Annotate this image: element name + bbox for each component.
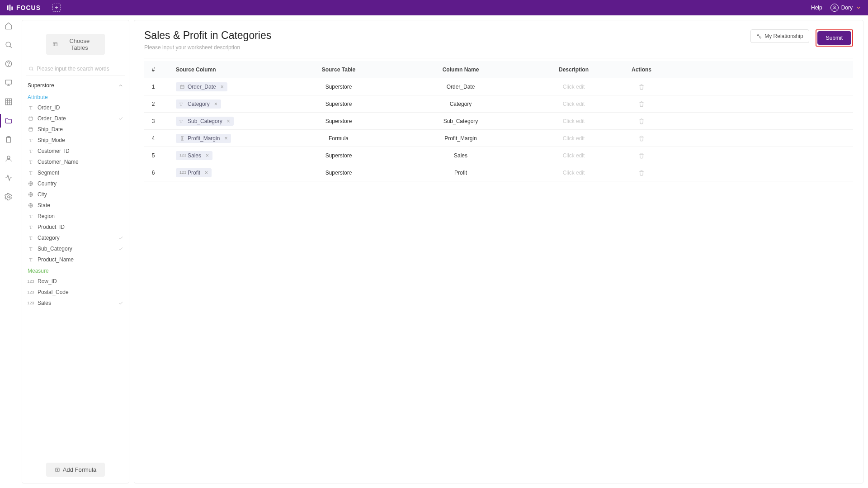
table-row: 5 123 Sales × Superstore Sales Click edi… xyxy=(144,147,853,164)
source-column-pill[interactable]: T Sub_Category × xyxy=(176,117,234,126)
formula-type-icon xyxy=(179,136,185,141)
description-cell[interactable]: Click edit xyxy=(563,135,585,142)
text-type-icon: T xyxy=(28,159,34,165)
rail-presentation-icon[interactable] xyxy=(5,79,13,87)
description-cell[interactable]: Click edit xyxy=(563,118,585,124)
page-title[interactable]: Sales & Profit in Categories xyxy=(144,29,271,42)
text-type-icon: T xyxy=(28,148,34,154)
column-name-cell[interactable]: Sales xyxy=(397,149,524,162)
table-row: 4 Profit_Margin × Formula Profit_Margin … xyxy=(144,130,853,147)
field-row[interactable]: 123 Row_ID xyxy=(26,276,125,287)
user-menu[interactable]: Dory xyxy=(830,4,862,12)
field-row[interactable]: T Customer_Name xyxy=(26,156,125,167)
field-row[interactable]: T Product_ID xyxy=(26,222,125,232)
remove-pill-icon[interactable]: × xyxy=(221,84,224,90)
rail-help-icon[interactable] xyxy=(5,60,13,68)
column-name-cell[interactable]: Order_Date xyxy=(397,80,524,94)
field-row[interactable]: Ship_Date xyxy=(26,124,125,135)
remove-pill-icon[interactable]: × xyxy=(205,170,208,176)
source-column-pill[interactable]: 123 Sales × xyxy=(176,151,212,160)
sidebar-search-input[interactable] xyxy=(37,66,123,72)
rail-user-icon[interactable] xyxy=(5,155,13,163)
date-type-icon xyxy=(28,126,34,133)
page-description-placeholder[interactable]: Please input your worksheet description xyxy=(144,44,271,51)
field-row[interactable]: Country xyxy=(26,178,125,189)
table-group-header[interactable]: Superstore xyxy=(26,76,125,91)
column-name-cell[interactable]: Sub_Category xyxy=(397,114,524,128)
field-row[interactable]: T Sub_Category xyxy=(26,243,125,254)
rail-clipboard-icon[interactable] xyxy=(5,136,13,144)
description-cell[interactable]: Click edit xyxy=(563,101,585,107)
field-row[interactable]: T Product_Name xyxy=(26,254,125,265)
remove-pill-icon[interactable]: × xyxy=(224,135,227,142)
source-column-pill[interactable]: T Category × xyxy=(176,99,221,109)
field-row[interactable]: 123 Sales xyxy=(26,298,125,308)
field-row[interactable]: T Ship_Mode xyxy=(26,135,125,146)
svg-point-4 xyxy=(6,42,11,47)
add-formula-button[interactable]: Add Formula xyxy=(46,463,105,477)
delete-row-icon[interactable] xyxy=(638,84,645,90)
pill-label: Sub_Category xyxy=(188,118,222,124)
new-tab-button[interactable]: + xyxy=(52,4,61,12)
description-cell[interactable]: Click edit xyxy=(563,170,585,176)
pill-label: Category xyxy=(188,101,210,107)
sidebar-search[interactable] xyxy=(26,64,125,76)
column-name-cell[interactable]: Category xyxy=(397,97,524,111)
source-column-pill[interactable]: 123 Profit × xyxy=(176,168,212,177)
field-row[interactable]: 123 Postal_Code xyxy=(26,287,125,298)
app-name: FOCUS xyxy=(16,4,41,11)
remove-pill-icon[interactable]: × xyxy=(206,152,209,159)
choose-tables-button[interactable]: Choose Tables xyxy=(46,34,105,55)
field-row[interactable]: T Customer_ID xyxy=(26,146,125,156)
help-link[interactable]: Help xyxy=(811,5,822,11)
num-type-icon: 123 xyxy=(179,153,185,158)
field-row[interactable]: T Category xyxy=(26,232,125,243)
field-list: Attribute T Order_ID Order_Date Ship_Dat… xyxy=(26,91,125,456)
field-label: Postal_Code xyxy=(38,289,69,295)
rail-activity-icon[interactable] xyxy=(5,174,13,182)
source-column-pill[interactable]: Profit_Margin × xyxy=(176,134,231,143)
delete-row-icon[interactable] xyxy=(638,152,645,159)
rail-folder-icon[interactable] xyxy=(5,117,13,125)
column-name-cell[interactable]: Profit xyxy=(397,166,524,180)
description-cell[interactable]: Click edit xyxy=(563,84,585,90)
field-row[interactable]: State xyxy=(26,200,125,211)
field-label: Order_ID xyxy=(38,104,60,111)
svg-rect-1 xyxy=(9,5,11,10)
date-type-icon xyxy=(28,115,34,122)
svg-rect-0 xyxy=(7,5,9,10)
delete-row-icon[interactable] xyxy=(638,170,645,176)
svg-rect-2 xyxy=(11,6,13,10)
delete-row-icon[interactable] xyxy=(638,118,645,124)
column-name-cell[interactable]: Profit_Margin xyxy=(397,132,524,145)
col-idx: # xyxy=(144,63,162,76)
text-type-icon: T xyxy=(28,256,34,263)
field-row[interactable]: T Region xyxy=(26,211,125,222)
rail-search-icon[interactable] xyxy=(5,41,13,49)
rail-settings-icon[interactable] xyxy=(5,193,13,201)
field-label: Order_Date xyxy=(38,115,66,122)
field-row[interactable]: T Order_ID xyxy=(26,102,125,113)
col-description: Description xyxy=(524,63,623,76)
field-label: Customer_ID xyxy=(38,148,70,154)
remove-pill-icon[interactable]: × xyxy=(214,101,217,107)
choose-tables-label: Choose Tables xyxy=(61,38,99,51)
rail-grid-icon[interactable] xyxy=(5,98,13,106)
field-row[interactable]: Order_Date xyxy=(26,113,125,124)
rail-home-icon[interactable] xyxy=(5,22,13,30)
field-row[interactable]: T Segment xyxy=(26,167,125,178)
remove-pill-icon[interactable]: × xyxy=(227,118,230,124)
topbar: FOCUS + Help Dory xyxy=(0,0,868,15)
field-row[interactable]: City xyxy=(26,189,125,200)
source-column-pill[interactable]: Order_Date × xyxy=(176,82,227,91)
submit-button[interactable]: Submit xyxy=(817,31,851,45)
delete-row-icon[interactable] xyxy=(638,101,645,107)
field-label: Region xyxy=(38,213,55,219)
row-index: 1 xyxy=(144,80,162,94)
delete-row-icon[interactable] xyxy=(638,135,645,142)
description-cell[interactable]: Click edit xyxy=(563,152,585,159)
num-type-icon: 123 xyxy=(179,170,185,175)
col-actions: Actions xyxy=(623,63,660,76)
text-type-icon: T xyxy=(28,170,34,176)
my-relationship-button[interactable]: My Relationship xyxy=(750,29,809,43)
